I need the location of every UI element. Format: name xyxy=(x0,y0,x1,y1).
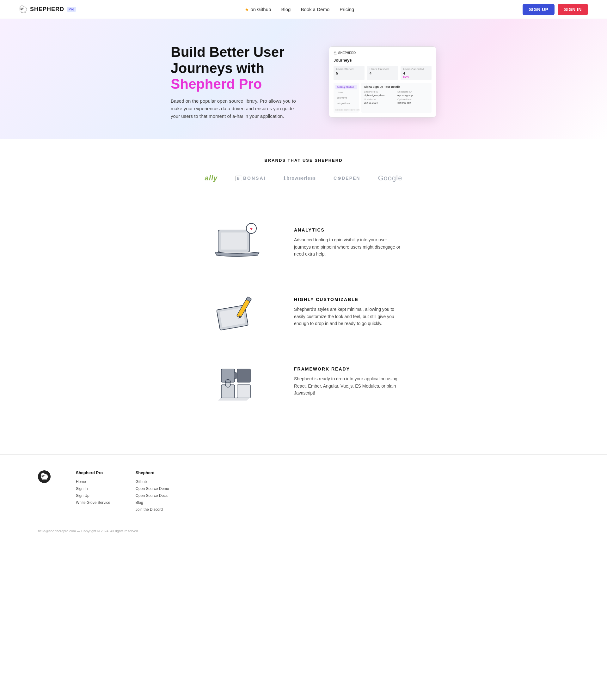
stats-row: Users Started 5 Users Finished 4 Users C… xyxy=(334,66,432,80)
svg-rect-16 xyxy=(237,385,250,398)
brand-ally: ally xyxy=(205,174,218,182)
laptop-svg: ♥ xyxy=(212,220,263,265)
footer-link-blog[interactable]: Blog xyxy=(135,500,169,505)
customizable-desc: Shepherd's styles are kept minimal, allo… xyxy=(294,306,401,327)
footer-link-whiteglove[interactable]: White Glove Service xyxy=(76,500,110,505)
pro-badge: Pro xyxy=(67,7,76,12)
footer-link-oss-demo[interactable]: Open Source Demo xyxy=(135,486,169,491)
customizable-title: HIGHLY CUSTOMIZABLE xyxy=(294,297,401,302)
footer-col-shepherd-title: Shepherd xyxy=(135,471,169,475)
logo-text: SHEPHERD xyxy=(30,6,64,13)
hero-app-preview: 🐑 SHEPHERD Journeys Users Started 5 User… xyxy=(329,46,436,117)
feature-framework: FRAMEWORK READY Shepherd is ready to dro… xyxy=(38,359,569,404)
hero-text: Build Better User Journeys with Shepherd… xyxy=(171,44,304,120)
brand-bonsai: BBONSAI xyxy=(235,176,266,181)
nav-link-github[interactable]: ★ on Github xyxy=(245,7,271,12)
brand-browserless: ℹbrowserless xyxy=(284,175,316,181)
app-detail-area: Getting Started Users Journeys Integrati… xyxy=(334,83,432,113)
framework-title: FRAMEWORK READY xyxy=(294,367,401,371)
footer-col-pro: Shepherd Pro Home Sign In Sign Up White … xyxy=(76,471,110,514)
app-main-detail: Alpha Sign Up Tour Details Shepherd ID a… xyxy=(361,83,432,113)
nav-buttons: SIGN UP SIGN IN xyxy=(523,4,588,15)
footer: 🐑 Shepherd Pro Home Sign In Sign Up Whit… xyxy=(0,454,607,542)
signup-button[interactable]: SIGN UP xyxy=(523,4,554,15)
hero-title: Build Better User Journeys with Shepherd… xyxy=(171,44,304,92)
stat-cell-cancelled: Users Cancelled 4 80% xyxy=(401,66,432,80)
star-icon: ★ xyxy=(245,7,249,12)
feature-analytics: ♥ ANALYTICS Advanced tooling to gain vis… xyxy=(38,220,569,265)
journeys-header: Journeys xyxy=(334,58,432,63)
brand-google: Google xyxy=(378,174,402,182)
footer-link-oss-docs[interactable]: Open Source Docs xyxy=(135,494,169,498)
footer-link-home[interactable]: Home xyxy=(76,480,110,484)
nav-link-blog[interactable]: Blog xyxy=(281,7,291,12)
framework-icon xyxy=(206,359,269,404)
nav-link-demo[interactable]: Book a Demo xyxy=(301,7,330,12)
signin-button[interactable]: SIGN IN xyxy=(558,4,588,15)
framework-desc: Shepherd is ready to drop into your appl… xyxy=(294,375,401,396)
app-sidebar: Getting Started Users Journeys Integrati… xyxy=(334,83,359,113)
analytics-desc: Advanced tooling to gain visibility into… xyxy=(294,236,401,258)
nav-links: ★ on Github Blog Book a Demo Pricing xyxy=(245,7,354,12)
stat-cell-started: Users Started 5 xyxy=(334,66,364,80)
analytics-text: ANALYTICS Advanced tooling to gain visib… xyxy=(294,227,401,258)
svg-rect-13 xyxy=(234,372,237,379)
footer-copyright: hello@shepherdpro.com — Copyright © 2024… xyxy=(38,524,569,533)
footer-logo: 🐑 xyxy=(38,471,50,514)
analytics-title: ANALYTICS xyxy=(294,227,401,233)
footer-top: 🐑 Shepherd Pro Home Sign In Sign Up Whit… xyxy=(38,471,569,514)
app-logo: 🐑 SHEPHERD xyxy=(334,51,356,54)
logo[interactable]: 🐑 SHEPHERD Pro xyxy=(19,5,76,14)
navbar: 🐑 SHEPHERD Pro ★ on Github Blog Book a D… xyxy=(0,0,607,19)
svg-rect-12 xyxy=(237,369,250,382)
features-section: ♥ ANALYTICS Advanced tooling to gain vis… xyxy=(0,195,607,454)
feature-customizable: HIGHLY CUSTOMIZABLE Shepherd's styles ar… xyxy=(38,290,569,334)
footer-link-signin[interactable]: Sign In xyxy=(76,486,110,491)
footer-link-signup[interactable]: Sign Up xyxy=(76,494,110,498)
pencil-svg xyxy=(212,290,263,334)
hero-description: Based on the popular open source library… xyxy=(171,97,304,120)
hero-section: Build Better User Journeys with Shepherd… xyxy=(0,19,607,139)
framework-text: FRAMEWORK READY Shepherd is ready to dro… xyxy=(294,367,401,396)
brand-codepen: C⊗DEPEN xyxy=(334,176,360,181)
footer-col-shepherd: Shepherd Github Open Source Demo Open So… xyxy=(135,471,169,514)
svg-rect-1 xyxy=(221,233,247,249)
logo-icon: 🐑 xyxy=(19,5,27,14)
customizable-text: HIGHLY CUSTOMIZABLE Shepherd's styles ar… xyxy=(294,297,401,327)
nav-link-pricing[interactable]: Pricing xyxy=(339,7,354,12)
footer-link-discord[interactable]: Join the Discord xyxy=(135,507,169,512)
brands-logos: ally BBONSAI ℹbrowserless C⊗DEPEN Google xyxy=(19,174,588,182)
puzzle-svg xyxy=(212,359,263,404)
footer-logo-icon: 🐑 xyxy=(38,471,50,483)
customizable-icon xyxy=(206,290,269,334)
svg-point-15 xyxy=(225,382,230,387)
footer-col-pro-title: Shepherd Pro xyxy=(76,471,110,475)
stat-cell-finished: Users Finished 4 xyxy=(367,66,398,80)
analytics-icon: ♥ xyxy=(206,220,269,265)
svg-text:♥: ♥ xyxy=(250,226,253,231)
brands-title: BRANDS THAT USE SHEPHERD xyxy=(19,158,588,163)
footer-link-github[interactable]: Github xyxy=(135,480,169,484)
brands-section: BRANDS THAT USE SHEPHERD ally BBONSAI ℹb… xyxy=(0,139,607,195)
